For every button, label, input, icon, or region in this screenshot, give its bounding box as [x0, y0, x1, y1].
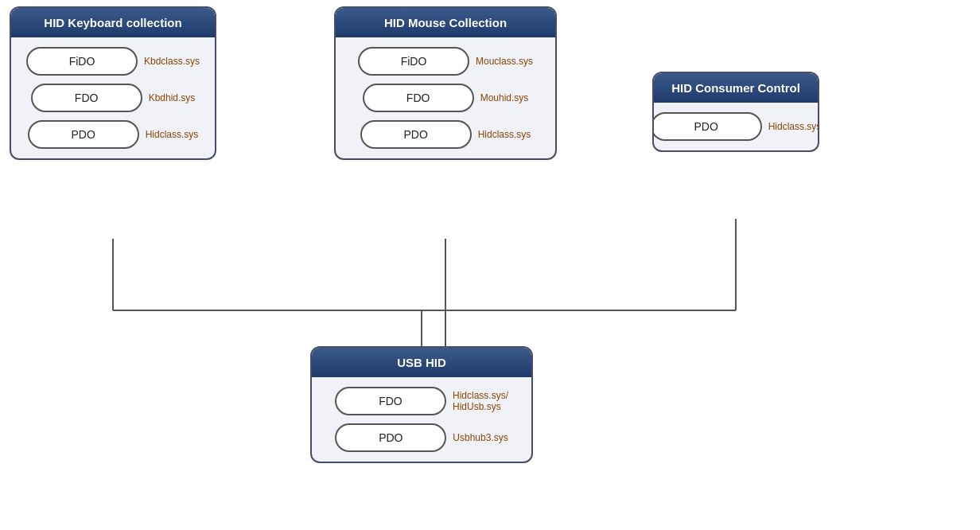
mouse-fdo-node: FDO	[363, 84, 474, 112]
kbd-pdo-row: PDO Hidclass.sys	[28, 120, 199, 149]
kbd-fido-node: FiDO	[26, 47, 138, 76]
mouse-collection-body: FiDO Mouclass.sys FDO Mouhid.sys PDO Hid…	[336, 37, 555, 158]
kbd-fido-label: Kbdclass.sys	[144, 56, 200, 67]
mouse-collection-header: HID Mouse Collection	[336, 8, 555, 37]
usb-hid-collection-header: USB HID	[312, 348, 531, 377]
keyboard-collection-body: FiDO Kbdclass.sys FDO Kbdhid.sys PDO Hid…	[11, 37, 215, 158]
usb-pdo-node: PDO	[335, 423, 446, 452]
mouse-collection: HID Mouse Collection FiDO Mouclass.sys F…	[334, 6, 557, 160]
usb-pdo-row: PDO Usbhub3.sys	[335, 423, 508, 452]
consumer-pdo-label: Hidclass.sys	[768, 121, 819, 132]
usb-pdo-label: Usbhub3.sys	[453, 432, 508, 443]
mouse-fido-node: FiDO	[358, 47, 469, 76]
consumer-collection-header: HID Consumer Control	[654, 73, 818, 103]
mouse-pdo-node: PDO	[360, 120, 472, 149]
consumer-pdo-node: PDO	[652, 112, 762, 141]
consumer-collection-body: PDO Hidclass.sys	[654, 103, 818, 150]
mouse-fido-label: Mouclass.sys	[476, 56, 533, 67]
kbd-fdo-node: FDO	[31, 84, 142, 112]
mouse-pdo-label: Hidclass.sys	[478, 129, 531, 140]
kbd-fido-row: FiDO Kbdclass.sys	[26, 47, 200, 76]
kbd-pdo-label: Hidclass.sys	[146, 129, 199, 140]
mouse-fdo-label: Mouhid.sys	[480, 92, 529, 103]
kbd-fdo-row: FDO Kbdhid.sys	[31, 84, 196, 112]
mouse-fido-row: FiDO Mouclass.sys	[358, 47, 533, 76]
consumer-collection: HID Consumer Control PDO Hidclass.sys	[652, 72, 819, 152]
usb-fdo-row: FDO Hidclass.sys/ HidUsb.sys	[335, 387, 508, 415]
consumer-pdo-row: PDO Hidclass.sys	[652, 112, 819, 141]
kbd-pdo-node: PDO	[28, 120, 139, 149]
usb-fdo-label: Hidclass.sys/ HidUsb.sys	[453, 390, 508, 412]
diagram-container: HID Keyboard collection FiDO Kbdclass.sy…	[0, 0, 980, 530]
kbd-fdo-label: Kbdhid.sys	[149, 92, 196, 103]
mouse-fdo-row: FDO Mouhid.sys	[363, 84, 529, 112]
usb-hid-collection: USB HID FDO Hidclass.sys/ HidUsb.sys PDO…	[310, 346, 533, 463]
keyboard-collection: HID Keyboard collection FiDO Kbdclass.sy…	[10, 6, 216, 160]
mouse-pdo-row: PDO Hidclass.sys	[360, 120, 531, 149]
usb-fdo-node: FDO	[335, 387, 446, 415]
usb-hid-collection-body: FDO Hidclass.sys/ HidUsb.sys PDO Usbhub3…	[312, 377, 531, 462]
keyboard-collection-header: HID Keyboard collection	[11, 8, 215, 37]
